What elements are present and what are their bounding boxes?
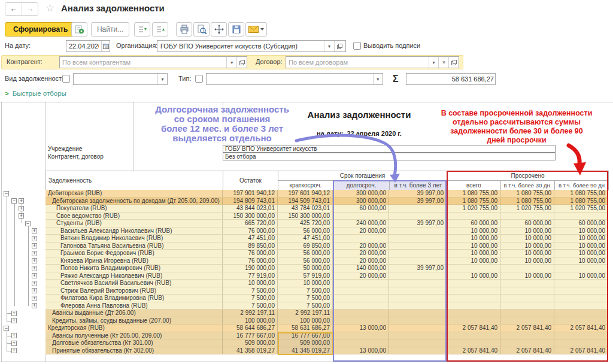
cell-overdue-total[interactable]: 2 057 841,40 bbox=[447, 324, 500, 332]
cell-short-term[interactable]: 194 509 743,01 bbox=[278, 198, 333, 205]
open-item-icon[interactable] bbox=[236, 57, 247, 68]
cell-balance[interactable]: 197 901 940,12 bbox=[223, 190, 278, 197]
row-label[interactable]: Покупатели (RUB) bbox=[45, 205, 223, 212]
cell-over-30-days[interactable]: 10 000,00 bbox=[500, 242, 554, 250]
cell-short-term[interactable]: 425 720,00 bbox=[278, 220, 333, 227]
cell-over-30-days[interactable] bbox=[500, 287, 554, 295]
cell-over-90-days[interactable]: 10 000,00 bbox=[554, 257, 608, 265]
date-input[interactable] bbox=[66, 41, 101, 51]
debt-kind-checkbox[interactable] bbox=[62, 75, 70, 83]
cell-short-term[interactable]: 150 300 000,00 bbox=[278, 213, 333, 220]
cell-short-term[interactable]: 16 777 667,00 bbox=[278, 332, 333, 339]
cell-long-term[interactable] bbox=[333, 317, 389, 324]
cell-short-term[interactable]: 7 500,00 bbox=[278, 302, 333, 310]
cell-over-3-years[interactable] bbox=[389, 310, 447, 317]
cell-balance[interactable]: 76 000,00 bbox=[223, 228, 278, 235]
cell-over-30-days[interactable]: 1 080 755,00 bbox=[500, 190, 554, 197]
cell-over-90-days[interactable] bbox=[554, 332, 608, 339]
cell-over-3-years[interactable] bbox=[389, 302, 447, 310]
tree-expand-toggle[interactable]: + bbox=[19, 206, 24, 211]
row-label[interactable]: Князева Ирина Игоревна (RUB) bbox=[45, 257, 223, 265]
tree-expand-toggle[interactable]: + bbox=[32, 243, 37, 248]
favorite-star-icon[interactable]: ☆ bbox=[45, 2, 54, 14]
cell-balance[interactable]: 190 000,00 bbox=[223, 265, 278, 272]
row-label[interactable]: Светлячков Василий Васильевич (RUB) bbox=[45, 280, 223, 287]
cell-balance[interactable]: 509 000,00 bbox=[223, 339, 278, 347]
find-button[interactable]: Найти... bbox=[91, 22, 129, 37]
cell-long-term[interactable] bbox=[333, 295, 389, 302]
cell-over-90-days[interactable] bbox=[554, 302, 608, 310]
cell-short-term[interactable]: 7 500,00 bbox=[278, 287, 333, 295]
cell-over-30-days[interactable]: 60 000,00 bbox=[500, 220, 554, 227]
cell-long-term[interactable]: 13 000,00 bbox=[333, 347, 389, 354]
contract-input[interactable] bbox=[286, 57, 429, 68]
tree-expand-toggle[interactable]: + bbox=[19, 198, 24, 204]
cell-over-3-years[interactable] bbox=[389, 228, 447, 235]
save-icon[interactable] bbox=[228, 22, 244, 37]
cell-long-term[interactable]: 140 000,00 bbox=[333, 265, 389, 272]
cell-short-term[interactable]: 10 000,00 bbox=[278, 280, 333, 287]
row-label[interactable]: Гапонова Татьяна Васильевна (RUB) bbox=[45, 242, 223, 250]
cell-long-term[interactable]: 20 000,00 bbox=[333, 257, 389, 265]
cell-over-90-days[interactable]: 1 080 755,00 bbox=[554, 190, 608, 197]
cell-short-term[interactable]: 43 784 023,01 bbox=[278, 205, 333, 212]
cell-overdue-total[interactable]: 1 080 755,00 bbox=[447, 198, 500, 205]
cell-over-30-days[interactable] bbox=[500, 317, 554, 324]
row-label[interactable]: Кредиторская (RUB) bbox=[45, 324, 223, 332]
row-label[interactable]: Долговые обязательства (Кт 301.00) bbox=[45, 339, 223, 347]
tree-expand-toggle[interactable]: + bbox=[32, 288, 37, 293]
cell-over-30-days[interactable]: 1 080 755,00 bbox=[500, 198, 554, 205]
cell-long-term[interactable]: 240 000,00 bbox=[333, 220, 389, 227]
cell-balance[interactable]: 2 992 197,11 bbox=[223, 310, 278, 317]
cell-overdue-total[interactable] bbox=[447, 287, 500, 295]
cell-over-90-days[interactable] bbox=[554, 339, 608, 347]
cell-over-90-days[interactable] bbox=[554, 213, 608, 220]
cell-overdue-total[interactable]: 10 000,00 bbox=[447, 228, 500, 235]
chevron-down-icon[interactable]: ▾ bbox=[324, 41, 334, 51]
cell-over-3-years[interactable] bbox=[389, 287, 447, 295]
cell-over-30-days[interactable]: 10 000,00 bbox=[500, 250, 554, 257]
chevron-down-icon[interactable]: ▾ bbox=[157, 74, 167, 84]
tree-collapse-toggle[interactable]: − bbox=[4, 191, 9, 196]
cell-over-90-days[interactable]: 2 057 841,40 bbox=[554, 324, 608, 332]
cell-long-term[interactable] bbox=[333, 280, 389, 287]
cell-balance[interactable]: 7 500,00 bbox=[223, 287, 278, 295]
cell-over-30-days[interactable]: 1 020 755,00 bbox=[500, 205, 554, 212]
fit-page-icon[interactable] bbox=[211, 22, 227, 37]
cell-over-90-days[interactable]: 10 000,00 bbox=[554, 272, 608, 280]
cell-over-30-days[interactable]: 2 057 841,40 bbox=[500, 347, 554, 354]
cell-over-3-years[interactable] bbox=[389, 213, 447, 220]
cell-over-3-years[interactable] bbox=[389, 280, 447, 287]
row-label[interactable]: Ряжко Александр Николаевич (RUB) bbox=[45, 272, 223, 280]
cell-over-3-years[interactable] bbox=[389, 235, 447, 242]
cell-overdue-total[interactable] bbox=[447, 339, 500, 347]
tree-expand-toggle[interactable]: + bbox=[11, 348, 17, 353]
row-label[interactable]: Кредиты, займы, ссуды выданные (207.00) bbox=[45, 317, 223, 324]
row-label[interactable]: Студенты (RUB) bbox=[45, 220, 223, 227]
cell-short-term[interactable]: 509 000,00 bbox=[278, 339, 333, 347]
row-label[interactable]: Авансы полученные (Кт 205.00, 209.00) bbox=[45, 332, 223, 339]
cell-short-term[interactable]: 56 000,00 bbox=[278, 257, 333, 265]
cell-balance[interactable]: 7 500,00 bbox=[223, 302, 278, 310]
cell-long-term[interactable] bbox=[333, 310, 389, 317]
cell-short-term[interactable]: 57 919,00 bbox=[278, 272, 333, 280]
tree-collapse-toggle[interactable]: − bbox=[25, 221, 31, 226]
cell-balance[interactable]: 150 300 000,00 bbox=[223, 213, 278, 220]
tree-expand-toggle[interactable]: + bbox=[32, 296, 37, 301]
cell-overdue-total[interactable]: 10 000,00 bbox=[447, 235, 500, 242]
cell-over-90-days[interactable] bbox=[554, 287, 608, 295]
cell-long-term[interactable] bbox=[333, 339, 389, 347]
row-label[interactable]: Принятые обязательства (Кт 302.00) bbox=[45, 347, 223, 354]
calendar-icon[interactable] bbox=[101, 41, 110, 51]
tree-expand-toggle[interactable]: + bbox=[32, 251, 37, 256]
cell-long-term[interactable]: 13 000,00 bbox=[333, 324, 389, 332]
tree-collapse-toggle[interactable]: − bbox=[11, 198, 17, 204]
cell-long-term[interactable]: 300 000,00 bbox=[333, 198, 389, 205]
cell-balance[interactable]: 100 000,00 bbox=[223, 317, 278, 324]
expand-groups-icon[interactable] bbox=[134, 22, 150, 37]
cell-short-term[interactable]: 7 500,00 bbox=[278, 295, 333, 302]
cell-over-30-days[interactable] bbox=[500, 265, 554, 272]
cell-over-3-years[interactable]: 39 997,00 bbox=[389, 190, 447, 197]
cell-long-term[interactable]: 20 000,00 bbox=[333, 272, 389, 280]
cell-over-3-years[interactable] bbox=[389, 272, 447, 280]
